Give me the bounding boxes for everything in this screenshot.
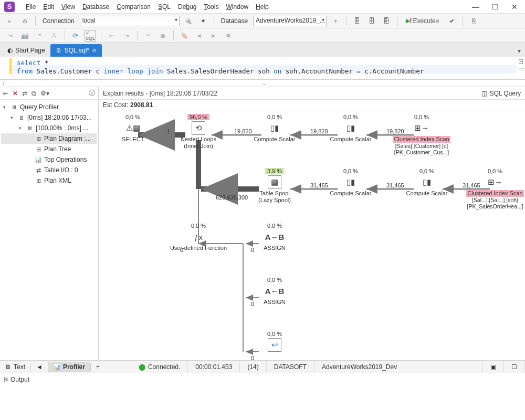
camera-icon[interactable]: 📷: [19, 30, 30, 41]
tab-prev[interactable]: ◄: [31, 362, 48, 372]
window-maximize-icon[interactable]: ☐: [492, 3, 499, 11]
tree-root[interactable]: ▾🗏Query Profiler: [1, 102, 97, 112]
menu-tools[interactable]: Tools: [200, 2, 222, 12]
plan-node-return[interactable]: 0,0 % ↩: [246, 331, 303, 353]
fold-strip[interactable]: ⊟▭: [517, 57, 525, 79]
delete-icon[interactable]: ✕: [13, 90, 18, 97]
menu-sql[interactable]: SQL: [154, 2, 174, 12]
tree-run[interactable]: ▾🗏[100,00% : 0ms] ...: [1, 123, 97, 133]
menu-comparison[interactable]: Comparison: [113, 2, 154, 12]
connection-combo[interactable]: local: [80, 16, 180, 26]
tab-label: Start Page: [15, 47, 45, 54]
tab-profiler[interactable]: 📊Profiler: [48, 362, 90, 372]
output-bar[interactable]: ⎘ Output: [0, 373, 525, 385]
udf-icon: ƒx: [192, 230, 205, 244]
tab-text[interactable]: 🗎Text: [0, 362, 30, 372]
execute-button[interactable]: !Execute: [417, 15, 428, 27]
layout-icon-1[interactable]: ▣: [490, 363, 496, 371]
plug-icon[interactable]: 🔌: [183, 15, 194, 27]
menu-help[interactable]: Help: [252, 2, 272, 12]
collapse-icon[interactable]: ⇤: [3, 90, 8, 97]
outdent-icon[interactable]: ⇤: [106, 30, 118, 41]
db-icon-1[interactable]: 🗄: [351, 15, 363, 27]
menu-window[interactable]: Window: [222, 2, 252, 12]
menu-database[interactable]: Database: [79, 2, 113, 12]
plan-node-compute-scalar-1[interactable]: 0,0 % ▯▮ Compute Scalar: [246, 114, 303, 143]
menu-edit[interactable]: Edit: [39, 2, 58, 12]
indent2-icon[interactable]: ⇥: [121, 30, 132, 41]
db-icon-3[interactable]: 🗄: [381, 15, 392, 27]
splitter-handle-icon[interactable]: ⫶: [2, 80, 5, 86]
editor-text[interactable]: select * from Sales.Customer c inner loo…: [13, 57, 517, 79]
new-query-icon[interactable]: ▸: [4, 15, 16, 27]
plan-node-nested-loops[interactable]: 96,0 % ⟲ Nested Loops (Inner Join): [170, 114, 227, 150]
compute-scalar-icon: ▯▮: [420, 175, 434, 189]
unplug-icon[interactable]: ✦: [197, 15, 209, 27]
close-icon[interactable]: ✕: [92, 47, 97, 54]
toolbar-main: ▸ ⎋ Connection local 🔌 ✦ Database Advent…: [0, 14, 525, 28]
bookmark-clear-icon[interactable]: ✖: [223, 30, 234, 41]
plan-node-compute-scalar-2[interactable]: 0,0 % ▯▮ Compute Scalar: [322, 114, 380, 143]
bookmark-prev-icon[interactable]: ◄: [193, 30, 205, 41]
plan-node-compute-scalar-4[interactable]: 0,0 % ▯▮ Compute Scalar: [398, 168, 456, 197]
plan-node-cix-scan-1[interactable]: 0,0 % ⊞→ Clustered Index Scan [Sales].[C…: [393, 114, 450, 155]
sql-editor[interactable]: select * from Sales.Customer c inner loo…: [0, 57, 525, 80]
tab-add[interactable]: +: [91, 362, 105, 372]
font-icon[interactable]: A: [48, 30, 60, 41]
tree-top-ops[interactable]: 📊Top Operations: [1, 154, 97, 165]
tab-start-page[interactable]: ◐ Start Page: [2, 44, 50, 57]
app-logo: S: [4, 2, 15, 12]
plan-node-select[interactable]: 0,0 % ⚠▦ SELECT: [104, 114, 162, 143]
menu-file[interactable]: File: [22, 2, 39, 12]
menu-debug[interactable]: Debug: [174, 2, 200, 12]
select-icon: ⚠▦: [126, 121, 140, 135]
profiler-tree[interactable]: ▾🗏Query Profiler ▾🗏[0ms] 18:20:06 17/03.…: [0, 100, 98, 360]
open-icon[interactable]: ⎋: [19, 15, 30, 27]
list-icon[interactable]: ≡: [142, 30, 154, 41]
cost-bar: Est Cost: 2908.81: [99, 100, 525, 111]
tool-extra-icon[interactable]: ⎘: [468, 15, 479, 27]
tree-table-io[interactable]: ⇄Table I/O : 0: [1, 165, 97, 175]
database-combo[interactable]: AdventureWorks2019_...: [253, 16, 327, 26]
edge-label: 623,636,300: [216, 194, 248, 201]
tab-sql-file[interactable]: 🗎 SQL.sql* ✕: [50, 44, 102, 57]
compare-icon[interactable]: ⇄: [22, 90, 27, 97]
tree-plan-tree[interactable]: ⊟Plan Tree: [1, 144, 97, 154]
bookmark-icon[interactable]: 🔖: [178, 30, 190, 41]
db-dropdown-icon[interactable]: ▾: [330, 15, 341, 27]
play-icon[interactable]: ▶: [402, 15, 414, 27]
commit-icon[interactable]: ✔: [446, 15, 458, 27]
plan-canvas[interactable]: 0,0 % ⚠▦ SELECT 1 96,0 % ⟲ Nested Loops …: [99, 111, 525, 360]
tab-overflow-icon[interactable]: ▾: [513, 45, 525, 57]
collapse-up-icon[interactable]: ⌄: [262, 80, 266, 86]
sql-check-icon[interactable]: ✓SQL: [85, 30, 96, 41]
menu-view[interactable]: View: [58, 2, 79, 12]
profiler-icon: 📊: [53, 363, 61, 371]
plan-node-table-spool[interactable]: 3,9 % ▦ Table Spool (Lazy Spool): [246, 168, 303, 204]
status-rows: (14): [247, 363, 258, 371]
refresh-icon[interactable]: ⟳: [70, 30, 81, 41]
stop-icon[interactable]: ■: [432, 15, 443, 27]
settings-icon[interactable]: ⚙▾: [40, 90, 49, 97]
tree-plan-xml[interactable]: ⊞Plan XML: [1, 175, 97, 186]
plan-node-assign-2[interactable]: 0,0 % A←B ASSIGN: [246, 277, 303, 306]
plan-node-udf[interactable]: 0,0 % ƒx User-defined Function: [170, 223, 227, 251]
indent-icon[interactable]: ⇥: [4, 30, 16, 41]
history-icon[interactable]: ⧉: [32, 90, 36, 97]
info-icon[interactable]: ⓘ: [89, 89, 95, 98]
align-icon[interactable]: ≡: [34, 30, 45, 41]
layout-icon-2[interactable]: ☐: [511, 363, 517, 371]
plan-node-assign-1[interactable]: 0,0 % A←B ASSIGN: [246, 223, 303, 251]
sql-query-button[interactable]: ◫SQL Query: [481, 90, 521, 97]
window-minimize-icon[interactable]: —: [472, 3, 479, 11]
tree-session[interactable]: ▾🗏[0ms] 18:20:06 17/03...: [1, 112, 97, 123]
bookmark-next-icon[interactable]: ►: [208, 30, 219, 41]
list2-icon[interactable]: ≣: [157, 30, 169, 41]
explain-title: Explain results - [0ms] 18:20:06 17/03/2…: [103, 90, 217, 97]
sql-query-icon: ◫: [481, 90, 487, 97]
db-icon-2[interactable]: 🗄: [366, 15, 377, 27]
window-close-icon[interactable]: ✕: [511, 3, 518, 11]
tree-plan-diagram[interactable]: ⊞Plan Diagram :...: [1, 133, 97, 144]
plan-node-compute-scalar-3[interactable]: 0,0 % ▯▮ Compute Scalar: [322, 168, 380, 197]
plan-node-cix-scan-2[interactable]: 0,0 % ⊞→ Clustered Index Scan [Sal...].[…: [466, 168, 524, 209]
